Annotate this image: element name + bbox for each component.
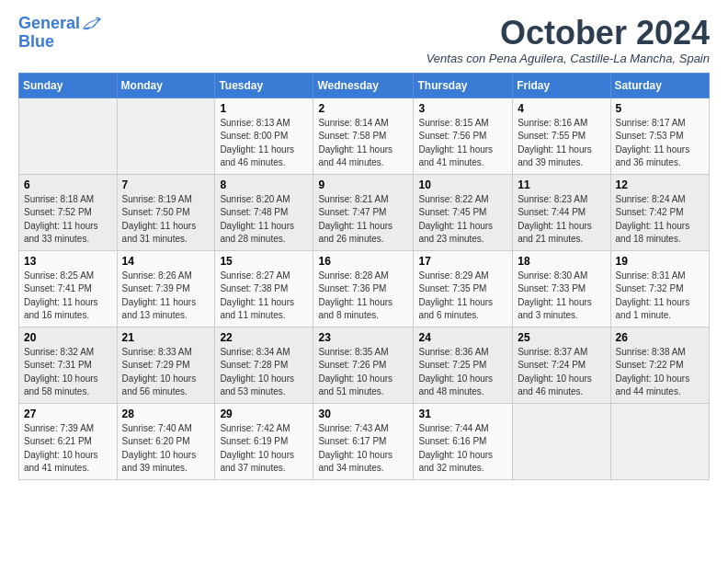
calendar-cell: 4Sunrise: 8:16 AMSunset: 7:55 PMDaylight… xyxy=(513,98,610,174)
day-number: 4 xyxy=(518,102,605,115)
day-number: 11 xyxy=(518,178,605,191)
calendar-cell: 15Sunrise: 8:27 AMSunset: 7:38 PMDayligh… xyxy=(215,250,313,327)
day-info: Sunrise: 7:39 AMSunset: 6:21 PMDaylight:… xyxy=(24,422,112,476)
day-number: 1 xyxy=(220,102,308,115)
day-number: 3 xyxy=(418,102,507,115)
day-number: 31 xyxy=(418,408,507,420)
calendar-cell: 21Sunrise: 8:33 AMSunset: 7:29 PMDayligh… xyxy=(117,327,215,403)
day-info: Sunrise: 8:36 AMSunset: 7:25 PMDaylight:… xyxy=(418,346,507,399)
day-info: Sunrise: 8:30 AMSunset: 7:33 PMDaylight:… xyxy=(518,270,605,323)
day-info: Sunrise: 8:20 AMSunset: 7:48 PMDaylight:… xyxy=(220,193,308,247)
day-number: 2 xyxy=(318,102,408,115)
logo-bird-icon xyxy=(82,16,102,32)
day-number: 20 xyxy=(24,331,112,344)
calendar-cell: 27Sunrise: 7:39 AMSunset: 6:21 PMDayligh… xyxy=(19,403,118,479)
day-info: Sunrise: 7:40 AMSunset: 6:20 PMDaylight:… xyxy=(122,422,210,476)
calendar-cell: 13Sunrise: 8:25 AMSunset: 7:41 PMDayligh… xyxy=(19,250,118,327)
day-info: Sunrise: 8:34 AMSunset: 7:28 PMDaylight:… xyxy=(220,346,308,399)
calendar-table: SundayMondayTuesdayWednesdayThursdayFrid… xyxy=(18,73,710,480)
day-info: Sunrise: 8:21 AMSunset: 7:47 PMDaylight:… xyxy=(318,193,408,247)
calendar-week-row: 20Sunrise: 8:32 AMSunset: 7:31 PMDayligh… xyxy=(19,327,710,403)
day-info: Sunrise: 8:35 AMSunset: 7:26 PMDaylight:… xyxy=(318,346,408,399)
calendar-cell: 8Sunrise: 8:20 AMSunset: 7:48 PMDaylight… xyxy=(215,174,313,250)
calendar-cell: 30Sunrise: 7:43 AMSunset: 6:17 PMDayligh… xyxy=(313,403,414,479)
day-info: Sunrise: 8:16 AMSunset: 7:55 PMDaylight:… xyxy=(518,117,605,170)
day-info: Sunrise: 8:37 AMSunset: 7:24 PMDaylight:… xyxy=(518,346,605,399)
calendar-cell: 22Sunrise: 8:34 AMSunset: 7:28 PMDayligh… xyxy=(215,327,313,403)
location-subtitle: Ventas con Pena Aguilera, Castille-La Ma… xyxy=(427,52,710,65)
calendar-cell: 17Sunrise: 8:29 AMSunset: 7:35 PMDayligh… xyxy=(414,250,513,327)
day-info: Sunrise: 7:43 AMSunset: 6:17 PMDaylight:… xyxy=(318,422,408,476)
header-day-sunday: Sunday xyxy=(19,73,118,98)
calendar-cell: 7Sunrise: 8:19 AMSunset: 7:50 PMDaylight… xyxy=(117,174,215,250)
calendar-cell: 5Sunrise: 8:17 AMSunset: 7:53 PMDaylight… xyxy=(610,98,709,174)
header-day-monday: Monday xyxy=(117,73,215,98)
day-number: 24 xyxy=(418,331,507,344)
day-number: 13 xyxy=(24,255,112,268)
day-number: 10 xyxy=(418,178,507,191)
calendar-week-row: 1Sunrise: 8:13 AMSunset: 8:00 PMDaylight… xyxy=(19,98,710,174)
calendar-cell: 18Sunrise: 8:30 AMSunset: 7:33 PMDayligh… xyxy=(513,250,610,327)
calendar-cell: 28Sunrise: 7:40 AMSunset: 6:20 PMDayligh… xyxy=(117,403,215,479)
day-info: Sunrise: 8:23 AMSunset: 7:44 PMDaylight:… xyxy=(518,193,605,247)
day-info: Sunrise: 8:25 AMSunset: 7:41 PMDaylight:… xyxy=(24,270,112,323)
logo: General Blue xyxy=(18,15,102,52)
day-info: Sunrise: 8:27 AMSunset: 7:38 PMDaylight:… xyxy=(220,270,308,323)
calendar-cell: 23Sunrise: 8:35 AMSunset: 7:26 PMDayligh… xyxy=(313,327,414,403)
day-number: 16 xyxy=(318,255,408,268)
calendar-cell: 31Sunrise: 7:44 AMSunset: 6:16 PMDayligh… xyxy=(414,403,513,479)
calendar-cell: 9Sunrise: 8:21 AMSunset: 7:47 PMDaylight… xyxy=(313,174,414,250)
header-day-friday: Friday xyxy=(513,73,610,98)
day-number: 22 xyxy=(220,331,308,344)
calendar-cell: 11Sunrise: 8:23 AMSunset: 7:44 PMDayligh… xyxy=(513,174,610,250)
day-info: Sunrise: 8:22 AMSunset: 7:45 PMDaylight:… xyxy=(418,193,507,247)
calendar-cell: 1Sunrise: 8:13 AMSunset: 8:00 PMDaylight… xyxy=(215,98,313,174)
day-info: Sunrise: 8:28 AMSunset: 7:36 PMDaylight:… xyxy=(318,270,408,323)
day-info: Sunrise: 8:18 AMSunset: 7:52 PMDaylight:… xyxy=(24,193,112,247)
title-block: October 2024 Ventas con Pena Aguilera, C… xyxy=(427,15,710,65)
logo-text: General xyxy=(18,15,80,33)
calendar-week-row: 6Sunrise: 8:18 AMSunset: 7:52 PMDaylight… xyxy=(19,174,710,250)
day-number: 12 xyxy=(616,178,704,191)
day-number: 5 xyxy=(616,102,704,115)
day-info: Sunrise: 8:13 AMSunset: 8:00 PMDaylight:… xyxy=(220,117,308,170)
day-info: Sunrise: 7:42 AMSunset: 6:19 PMDaylight:… xyxy=(220,422,308,476)
day-number: 19 xyxy=(616,255,704,268)
calendar-header-row: SundayMondayTuesdayWednesdayThursdayFrid… xyxy=(19,73,710,98)
calendar-cell: 16Sunrise: 8:28 AMSunset: 7:36 PMDayligh… xyxy=(313,250,414,327)
calendar-cell: 10Sunrise: 8:22 AMSunset: 7:45 PMDayligh… xyxy=(414,174,513,250)
header-day-saturday: Saturday xyxy=(610,73,709,98)
calendar-cell: 14Sunrise: 8:26 AMSunset: 7:39 PMDayligh… xyxy=(117,250,215,327)
day-info: Sunrise: 8:15 AMSunset: 7:56 PMDaylight:… xyxy=(418,117,507,170)
day-info: Sunrise: 8:17 AMSunset: 7:53 PMDaylight:… xyxy=(616,117,704,170)
calendar-cell xyxy=(117,98,215,174)
day-info: Sunrise: 8:31 AMSunset: 7:32 PMDaylight:… xyxy=(616,270,704,323)
calendar-cell: 24Sunrise: 8:36 AMSunset: 7:25 PMDayligh… xyxy=(414,327,513,403)
day-number: 27 xyxy=(24,408,112,420)
day-number: 8 xyxy=(220,178,308,191)
day-info: Sunrise: 8:19 AMSunset: 7:50 PMDaylight:… xyxy=(122,193,210,247)
calendar-cell: 6Sunrise: 8:18 AMSunset: 7:52 PMDaylight… xyxy=(19,174,118,250)
calendar-cell xyxy=(610,403,709,479)
day-number: 25 xyxy=(518,331,605,344)
calendar-week-row: 13Sunrise: 8:25 AMSunset: 7:41 PMDayligh… xyxy=(19,250,710,327)
calendar-cell: 12Sunrise: 8:24 AMSunset: 7:42 PMDayligh… xyxy=(610,174,709,250)
day-number: 15 xyxy=(220,255,308,268)
day-number: 14 xyxy=(122,255,210,268)
day-number: 30 xyxy=(318,408,408,420)
day-number: 17 xyxy=(418,255,507,268)
day-number: 7 xyxy=(122,178,210,191)
header: General Blue October 2024 Ventas con Pen… xyxy=(18,15,710,65)
header-day-tuesday: Tuesday xyxy=(215,73,313,98)
header-day-thursday: Thursday xyxy=(414,73,513,98)
day-number: 28 xyxy=(122,408,210,420)
calendar-cell: 19Sunrise: 8:31 AMSunset: 7:32 PMDayligh… xyxy=(610,250,709,327)
day-info: Sunrise: 8:24 AMSunset: 7:42 PMDaylight:… xyxy=(616,193,704,247)
calendar-cell: 26Sunrise: 8:38 AMSunset: 7:22 PMDayligh… xyxy=(610,327,709,403)
day-number: 18 xyxy=(518,255,605,268)
day-info: Sunrise: 8:14 AMSunset: 7:58 PMDaylight:… xyxy=(318,117,408,170)
calendar-cell: 20Sunrise: 8:32 AMSunset: 7:31 PMDayligh… xyxy=(19,327,118,403)
day-info: Sunrise: 8:26 AMSunset: 7:39 PMDaylight:… xyxy=(122,270,210,323)
page: General Blue October 2024 Ventas con Pen… xyxy=(0,0,728,491)
calendar-cell: 29Sunrise: 7:42 AMSunset: 6:19 PMDayligh… xyxy=(215,403,313,479)
